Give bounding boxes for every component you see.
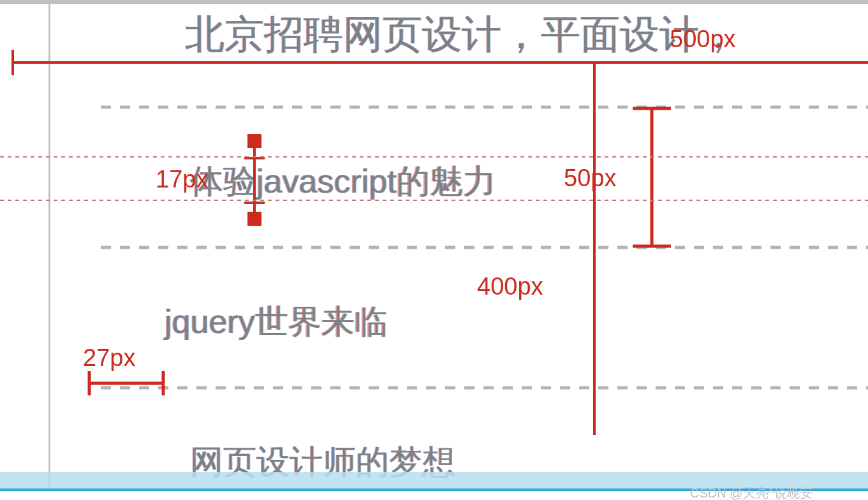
measure-17px-label: 17px xyxy=(156,166,208,193)
ruler-27px-ibeam xyxy=(89,371,163,395)
marker-square-top xyxy=(247,134,261,148)
measure-500px-label: 500px xyxy=(670,26,736,53)
marker-square-bottom xyxy=(247,212,261,226)
title-text: 北京招聘网页设计，平面设计， xyxy=(185,8,739,61)
list-item-1: 体验javascript的魅力 xyxy=(190,159,496,204)
element-left-edge xyxy=(48,4,50,489)
watermark-text: CSDN @天亮^说晚安 xyxy=(690,485,813,500)
measure-400px-label: 400px xyxy=(477,273,543,300)
list-item-2: jquery世界来临 xyxy=(165,300,388,344)
window-frame-top xyxy=(0,0,868,4)
annotation-overlay xyxy=(0,0,868,500)
grey-dash-guides xyxy=(101,107,868,388)
measure-27px-label: 27px xyxy=(83,344,135,372)
measure-50px-label: 50px xyxy=(564,165,616,192)
design-canvas: 北京招聘网页设计，平面设计， 体验javascript的魅力 jquery世界来… xyxy=(0,0,868,500)
ruler-50px-ibeam xyxy=(633,108,671,246)
